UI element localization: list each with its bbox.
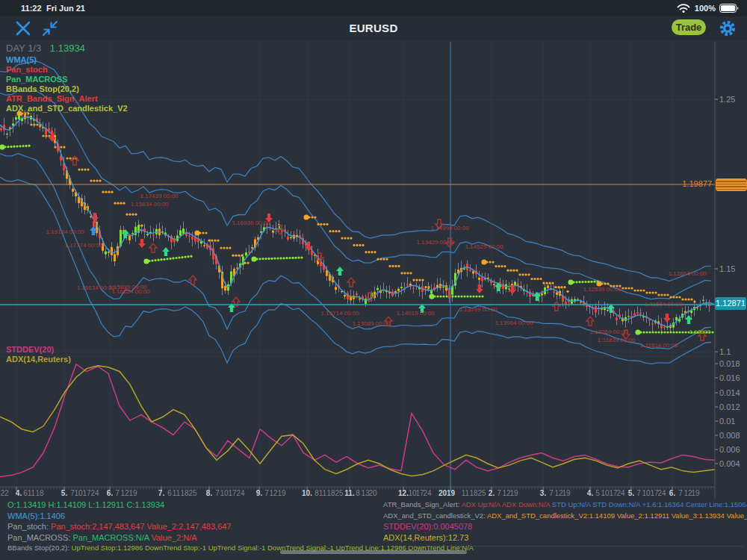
readout-segment: Value_2:N/A <box>152 533 197 542</box>
indicator-readout-panel: O:1.13419 H:1.14109 L:1.12911 C:1.13934W… <box>0 499 747 560</box>
x-axis-label: 20 <box>368 489 377 497</box>
readout-segment: WMA(5):1.1406 <box>7 511 65 520</box>
readout-segment: STD Up:N/A STD Down:N/A +1.6:1.16364 Cen… <box>552 500 747 508</box>
price-annotation: 1.13964 00:00 <box>495 320 533 326</box>
x-axis-label: 19 <box>691 489 700 497</box>
overlay-indicator-label[interactable]: BBands Stop(20,2) <box>6 84 128 94</box>
trade-button[interactable]: Trade <box>672 19 706 35</box>
up-arrow-marker <box>149 243 157 252</box>
atr-band-line <box>0 154 711 349</box>
x-axis-label: 8 <box>356 489 360 497</box>
current-price-badge: 1.12871 <box>715 297 746 310</box>
readout-segment: ADX_and_STD_candlestick_V2: <box>383 511 487 520</box>
x-axis-label: 11. <box>344 489 355 497</box>
x-axis-label: 2. <box>489 489 495 497</box>
x-axis-label: 18 <box>35 489 44 497</box>
price-annotation: 1.12864 00:00 <box>668 270 707 277</box>
up-arrow-marker <box>336 267 344 276</box>
price-annotation: 1.13429 00:00 <box>416 239 455 246</box>
price-annotation: 1.11839 00:00 <box>598 337 636 343</box>
x-axis-label: 24 <box>423 489 432 497</box>
readout-segment: O:1.13419 H:1.14109 L:1.12911 C:1.13934 <box>7 500 164 509</box>
x-axis-label: 6. <box>107 489 114 497</box>
x-axis-label: 22 <box>0 489 9 497</box>
battery-percent: 100% <box>695 4 716 13</box>
home-indicator[interactable] <box>280 550 467 554</box>
x-axis-label: 24 <box>236 489 245 497</box>
chart-region[interactable]: 1.19144 00:001.17774 00:001.16634 00:001… <box>0 40 747 499</box>
x-axis-label: 19 <box>277 489 286 497</box>
readout-segment: Pan_stoch:2,147,483,647 Value_2:2,147,48… <box>51 522 231 531</box>
x-axis-label: 25 <box>477 489 486 497</box>
lower-indicator-label[interactable]: STDDEV(20) <box>6 345 71 355</box>
price-annotation: 1.12269 00:00 <box>589 329 628 335</box>
x-axis-label: 11 <box>319 489 327 497</box>
indicator-axis-label: 0.01 <box>719 417 735 426</box>
indicator-axis-label: 0.018 <box>719 359 740 368</box>
x-axis-label: 25 <box>335 489 344 497</box>
x-axis-label: 4. <box>587 489 594 497</box>
price-annotation: 1.14529 00:00 <box>465 243 503 250</box>
down-arrow-marker <box>91 213 99 222</box>
indicator-readout-line: ADX(14,Reuters):12.73 <box>383 532 747 544</box>
x-axis-label: 7. <box>158 489 165 497</box>
x-axis-label: 24 <box>90 489 99 497</box>
overlay-indicator-label[interactable]: WMA(5) <box>6 55 128 65</box>
price-annotation: 1.19144 00:00 <box>46 228 84 235</box>
readout-right-column: ATR_Bands_Sign_Alert: ADX Up:N/A ADX Dow… <box>383 500 747 543</box>
x-axis-label: 10. <box>302 489 312 497</box>
price-annotation: 1.16024 00:00 <box>111 288 150 295</box>
status-bar: 11:22 Fri Jun 21 100% <box>0 0 747 16</box>
date-label: Fri Jun 21 <box>46 4 85 13</box>
readout-segment: Pan_MACROSS: <box>7 533 72 542</box>
indicator-axis-label: 0.012 <box>719 402 740 411</box>
overlay-indicator-label[interactable]: ADX_and_STD_candlestick_V2 <box>6 104 128 113</box>
price-axis-label: 1.1 <box>719 347 731 356</box>
x-axis-label: 4. <box>16 489 22 497</box>
x-axis-label: 19 <box>509 489 518 497</box>
x-axis-label: 17 <box>82 489 91 497</box>
overlay-indicator-label[interactable]: Pan_stoch <box>6 65 128 75</box>
x-axis-label: 11 <box>462 489 470 497</box>
price-annotation: 1.12539 00:00 <box>583 286 622 293</box>
atr-band-line <box>0 91 711 299</box>
price-annotation: 1.17439 00:00 <box>140 193 179 199</box>
order-price-badge[interactable] <box>716 178 747 191</box>
x-axis-label: 7 <box>115 489 120 497</box>
symbol-title: EURUSD <box>0 22 747 34</box>
price-annotation: 1.11504 00:00 <box>645 301 683 308</box>
chart-header-overlay: DAY 1/3 1.13934 <box>6 43 85 54</box>
adx-line <box>0 366 715 476</box>
x-axis-label: 18 <box>326 489 335 497</box>
price-annotation: 1.16936 00:00 <box>232 220 270 226</box>
timeframe-label[interactable]: DAY 1/3 <box>6 43 41 54</box>
price-annotation: 1.17774 00:00 <box>64 242 103 249</box>
overlay-indicator-label[interactable]: Pan_MACROSS <box>6 75 128 84</box>
readout-segment: Pan_stoch: <box>7 522 51 531</box>
x-axis-label: 6. <box>669 489 676 497</box>
price-annotation: 1.13714 00:00 <box>320 310 359 317</box>
x-axis-label: 7 <box>549 489 554 497</box>
stddev-line <box>0 364 715 477</box>
price-annotation: 1.14019 00:00 <box>396 310 435 317</box>
down-arrow-marker <box>138 239 146 248</box>
price-annotation: 1.11814 00:00 <box>640 342 678 349</box>
lower-indicator-label[interactable]: ADX(14,Reuters) <box>6 355 71 364</box>
x-axis-label: 9. <box>256 489 263 497</box>
up-arrow-marker <box>71 156 78 165</box>
x-axis-label: 10 <box>74 489 83 497</box>
overlay-indicator-label[interactable]: ATR_Bands_Sign_Alert <box>6 94 128 104</box>
x-axis-label: 7 <box>636 489 641 497</box>
x-axis-label: 12 <box>120 489 129 497</box>
lower-indicator-list: STDDEV(20)ADX(14,Reuters) <box>6 345 71 364</box>
indicator-axis-label: 0.004 <box>719 459 740 468</box>
indicator-axis-label: 0.006 <box>719 445 740 454</box>
x-axis-label: 18 <box>469 489 478 497</box>
x-axis-label: 17 <box>228 489 237 497</box>
x-axis-label: 8. <box>206 489 213 497</box>
wifi-icon <box>677 3 690 13</box>
x-axis-label: 12 <box>269 489 278 497</box>
settings-gear-icon[interactable] <box>718 19 737 38</box>
x-axis-label: 5 <box>595 489 600 497</box>
readout-segment: ADX_and_STD_candlestick_V2:1.14109 Value… <box>487 511 747 520</box>
